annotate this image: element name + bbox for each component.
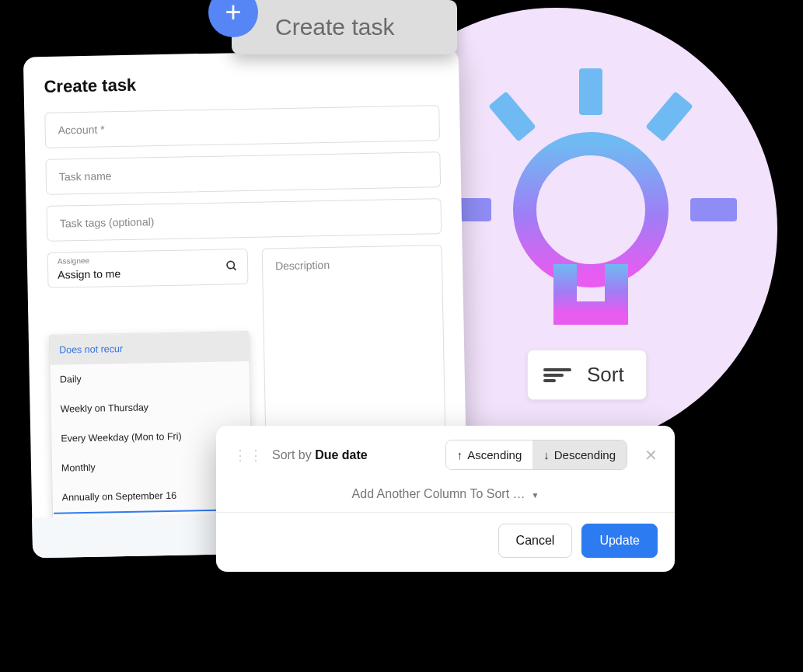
sort-icon [543,366,571,385]
plus-icon: + [208,0,258,37]
descending-button[interactable]: ↓Descending [532,440,627,469]
create-task-button[interactable]: + Create task [232,0,457,54]
add-sort-column[interactable]: Add Another Column To Sort …▼ [233,470,658,506]
task-name-input[interactable]: Task name [45,151,441,195]
search-icon [225,259,238,275]
update-button[interactable]: Update [581,524,658,558]
description-input[interactable]: Description [262,245,446,434]
svg-point-6 [227,261,235,269]
lightbulb-icon [435,62,746,357]
recur-option[interactable]: Daily [50,361,250,395]
arrow-up-icon: ↑ [457,448,463,461]
assignee-select[interactable]: Assignee Assign to me [47,249,249,288]
svg-line-7 [233,267,236,270]
account-input[interactable]: Account * [44,105,440,148]
recur-option[interactable]: Does not recur [50,332,250,365]
create-task-label: Create task [275,14,394,40]
svg-rect-4 [690,198,737,221]
divider [216,512,675,513]
caret-down-icon: ▼ [532,491,539,500]
sort-label: Sort [587,363,624,387]
sort-button[interactable]: Sort [527,350,647,400]
assignee-value: Assign to me [58,267,120,281]
sort-direction-toggle: ↑Ascending ↓Descending [445,440,627,470]
recur-option[interactable]: Weekly on Thursday [51,391,250,424]
assignee-label: Assignee [58,254,238,265]
drag-handle-icon[interactable]: ⋮⋮ [233,452,264,458]
sort-by-field: Sort by Due date [272,448,368,462]
sort-panel: ⋮⋮ Sort by Due date ↑Ascending ↓Descendi… [216,426,675,572]
card-title: Create task [44,69,438,97]
svg-rect-1 [488,91,536,141]
task-tags-input[interactable]: Task tags (optional) [47,198,442,242]
cancel-button[interactable]: Cancel [498,524,573,558]
ascending-button[interactable]: ↑Ascending [446,440,533,469]
arrow-down-icon: ↓ [543,448,550,461]
svg-rect-2 [645,91,693,141]
svg-point-5 [525,144,657,276]
remove-sort-button[interactable]: ✕ [644,446,658,465]
svg-rect-0 [579,68,602,115]
